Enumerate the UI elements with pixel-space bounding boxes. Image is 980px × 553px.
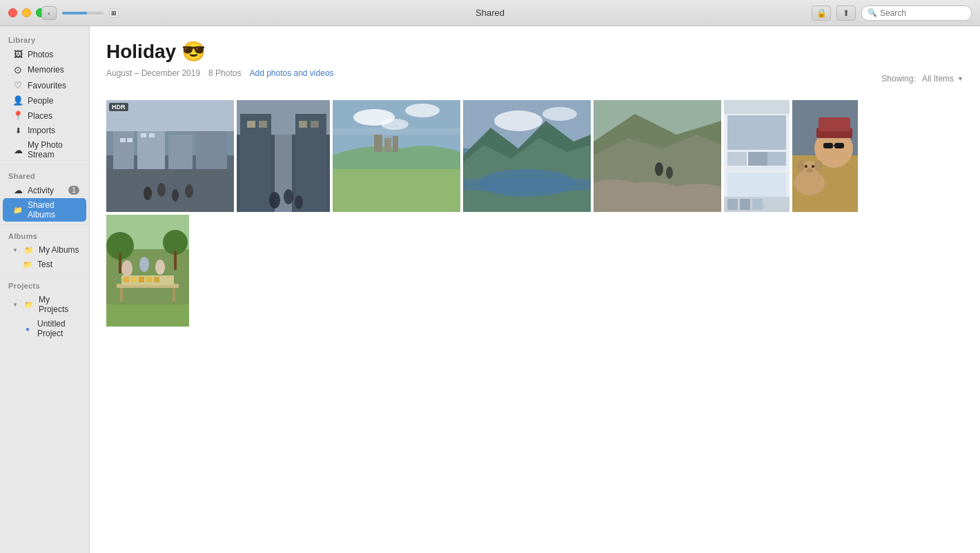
titlebar-actions: 🔒 ⬆ 🔍	[812, 6, 972, 21]
photo-svg-4	[463, 100, 591, 212]
photo-thumb-1[interactable]: HDR	[106, 100, 234, 212]
photo-thumb-6[interactable]: ♡	[724, 100, 790, 212]
minimize-button[interactable]	[22, 8, 31, 17]
photo-thumb-7[interactable]	[792, 100, 858, 212]
search-box[interactable]: 🔍	[861, 6, 972, 21]
sidebar-item-photos[interactable]: 🖼 Photos	[3, 47, 86, 61]
sidebar-item-test-label: Test	[37, 260, 79, 269]
svg-rect-38	[333, 169, 460, 212]
test-album-icon: 📁	[22, 260, 33, 269]
sidebar-item-people-label: People	[28, 96, 79, 106]
sidebar-divider-3	[0, 274, 89, 275]
svg-point-27	[269, 192, 280, 208]
svg-rect-88	[139, 277, 144, 282]
svg-point-15	[185, 184, 193, 198]
sidebar-item-places[interactable]: 📍 Places	[3, 108, 86, 123]
photo-thumb-3[interactable]	[333, 100, 460, 212]
svg-point-41	[494, 110, 542, 131]
sidebar-item-my-photo-stream[interactable]: ☁ My Photo Stream	[3, 138, 86, 162]
untitled-project-icon: ●	[22, 325, 33, 333]
sidebar-item-photos-label: Photos	[28, 50, 79, 59]
svg-rect-9	[141, 133, 146, 137]
svg-rect-65	[834, 143, 844, 148]
svg-rect-36	[384, 138, 391, 152]
my-projects-icon: 📁	[23, 300, 35, 309]
svg-point-73	[806, 168, 813, 173]
svg-point-34	[381, 119, 409, 130]
svg-rect-94	[106, 304, 189, 327]
photo-grid: HDR	[106, 100, 963, 212]
sidebar-item-favourites-label: Favourites	[28, 81, 79, 90]
library-section-label: Library	[0, 32, 89, 46]
album-meta: August – December 2019 8 Photos Add phot…	[106, 68, 334, 78]
svg-point-13	[157, 183, 166, 197]
sidebar-item-memories[interactable]: ⊙ Memories	[3, 62, 86, 77]
shared-albums-icon: 📁	[12, 206, 23, 215]
svg-rect-64	[823, 143, 833, 148]
sidebar-item-untitled-project[interactable]: ● Untitled Project	[3, 317, 86, 340]
back-button[interactable]: ‹	[41, 6, 57, 20]
progress-slider[interactable]	[62, 12, 104, 14]
sidebar-item-favourites[interactable]: ♡ Favourites	[3, 78, 86, 93]
sidebar: Library 🖼 Photos ⊙ Memories ♡ Favourites…	[0, 26, 90, 553]
svg-rect-59	[752, 199, 763, 210]
showing-value: All Items	[922, 74, 954, 84]
photo-svg-1	[106, 100, 234, 212]
sidebar-item-shared-albums[interactable]: 📁 Shared Albums	[3, 198, 86, 222]
svg-rect-51	[727, 152, 747, 166]
svg-point-28	[284, 189, 293, 204]
activity-icon: ☁	[12, 185, 23, 195]
my-albums-toggle-icon: ▼	[12, 247, 18, 253]
activity-badge: 1	[68, 186, 79, 195]
sidebar-toggle[interactable]: ⊞	[109, 8, 119, 18]
sidebar-item-my-albums-label: My Albums	[39, 245, 79, 255]
sidebar-item-test[interactable]: 📁 Test	[3, 258, 86, 271]
album-emoji: 😎	[182, 41, 206, 62]
nav-buttons: ‹ ⊞	[41, 6, 119, 20]
share-button[interactable]: ⬆	[836, 6, 856, 21]
svg-point-71	[805, 165, 807, 168]
svg-rect-80	[119, 253, 121, 273]
photo-thumb-8[interactable]	[106, 215, 189, 327]
photos-icon: 🖼	[12, 49, 23, 59]
svg-point-12	[144, 186, 152, 200]
svg-point-46	[655, 162, 663, 176]
album-meta-row: August – December 2019 8 Photos Add phot…	[106, 68, 963, 89]
svg-rect-83	[120, 288, 123, 302]
svg-rect-37	[393, 136, 398, 152]
showing-dropdown[interactable]: Showing: All Items ▼	[881, 74, 963, 84]
album-title: Holiday 😎	[106, 40, 206, 63]
svg-point-93	[155, 260, 165, 275]
svg-point-29	[295, 195, 303, 209]
album-header: Holiday 😎	[106, 40, 963, 66]
shared-section-label: Shared	[0, 168, 89, 182]
svg-rect-90	[154, 277, 159, 282]
sidebar-item-activity[interactable]: ☁ Activity 1	[3, 183, 86, 197]
svg-rect-23	[247, 121, 255, 128]
sidebar-item-shared-albums-label: Shared Albums	[28, 200, 79, 220]
search-input[interactable]	[880, 8, 966, 18]
lock-button[interactable]: 🔒	[812, 6, 831, 21]
sidebar-item-my-albums[interactable]: ▼ 📁 My Albums	[3, 243, 86, 257]
photo-thumb-2[interactable]	[237, 100, 330, 212]
close-button[interactable]	[8, 8, 17, 17]
sidebar-item-imports[interactable]: ⬇ Imports	[3, 124, 86, 137]
photo-svg-5	[594, 100, 721, 212]
add-photos-link[interactable]: Add photos and videos	[249, 68, 333, 78]
sidebar-divider-1	[0, 164, 89, 165]
sidebar-item-memories-label: Memories	[28, 65, 79, 75]
sidebar-item-my-projects[interactable]: ▼ 📁 My Projects	[3, 293, 86, 316]
svg-rect-50	[727, 115, 786, 150]
photo-thumb-5[interactable]	[594, 100, 721, 212]
sidebar-item-people[interactable]: 👤 People	[3, 93, 86, 108]
search-icon: 🔍	[868, 8, 877, 17]
photo-thumb-4[interactable]	[463, 100, 591, 212]
svg-rect-58	[740, 199, 750, 210]
svg-rect-26	[311, 121, 319, 128]
sidebar-item-my-photo-stream-label: My Photo Stream	[28, 140, 79, 159]
album-title-text: Holiday	[106, 41, 176, 62]
svg-rect-81	[174, 251, 177, 270]
imports-icon: ⬇	[12, 126, 23, 135]
photo-stream-icon: ☁	[12, 145, 23, 155]
sidebar-item-untitled-project-label: Untitled Project	[37, 319, 79, 338]
